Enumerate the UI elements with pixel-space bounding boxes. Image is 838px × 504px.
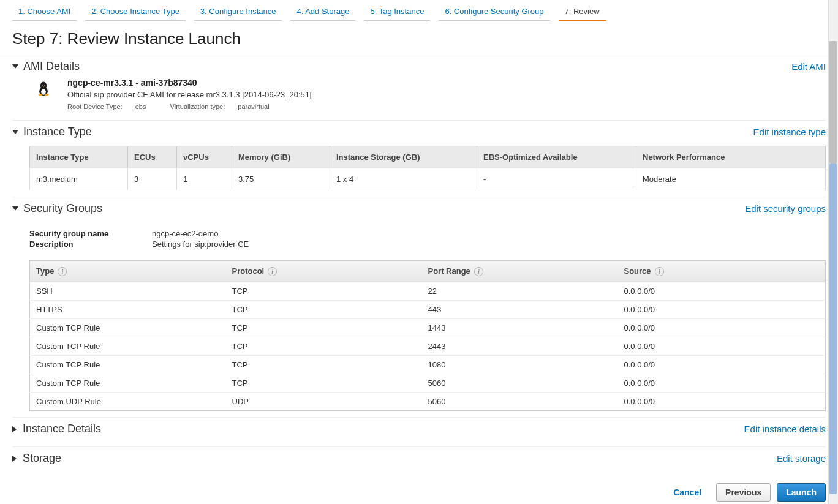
cell-type: Custom TCP Rule [30,319,226,337]
info-icon[interactable]: i [268,267,277,276]
cell-source: 0.0.0.0/0 [618,301,826,319]
sg-desc-value: Settings for sip:provider CE [152,239,249,249]
caret-right-icon[interactable] [12,456,17,462]
col-instance-type: Instance Type [30,146,128,168]
caret-down-icon[interactable] [12,64,18,69]
section-security-groups: Security Groups Edit security groups Sec… [12,197,826,418]
wizard-steps: 1. Choose AMI 2. Choose Instance Type 3.… [0,0,838,21]
col-instance-storage: Instance Storage (GB) [330,146,477,168]
svg-point-5 [42,85,43,86]
svg-point-7 [39,94,42,96]
cell-type: Custom UDP Rule [30,393,226,411]
col-memory: Memory (GiB) [232,146,330,168]
col-protocol: Protocoli [226,261,422,282]
table-row: Custom TCP RuleTCP10800.0.0.0/0 [30,356,826,374]
info-icon[interactable]: i [655,267,664,276]
col-vcpus: vCPUs [177,146,232,168]
caret-down-icon[interactable] [12,206,18,211]
edit-instance-details-link[interactable]: Edit instance details [744,424,826,434]
cell-port: 1443 [422,319,618,337]
col-type: Typei [30,261,226,282]
root-device-value: ebs [135,103,146,110]
cell-protocol: UDP [226,393,422,411]
col-ecus: ECUs [128,146,177,168]
section-title-security-groups: Security Groups [23,202,745,215]
cell-type: Custom TCP Rule [30,337,226,356]
section-title-storage: Storage [23,452,777,465]
cell-source: 0.0.0.0/0 [618,282,826,301]
edit-ami-link[interactable]: Edit AMI [791,61,826,72]
cell-source: 0.0.0.0/0 [618,374,826,393]
cell-port: 1080 [422,356,618,374]
table-row: Custom TCP RuleTCP14430.0.0.0/0 [30,319,826,337]
table-row: Custom TCP RuleTCP50600.0.0.0/0 [30,374,826,393]
table-row: Custom UDP RuleUDP50600.0.0.0/0 [30,393,826,411]
cell-port: 443 [422,301,618,319]
scrollbar-overview-thumb[interactable] [829,164,837,494]
caret-down-icon[interactable] [12,130,18,134]
instance-type-table: Instance Type ECUs vCPUs Memory (GiB) In… [29,146,826,190]
cell-type: Custom TCP Rule [30,374,226,393]
cell-type: HTTPS [30,301,226,319]
cancel-button[interactable]: Cancel [665,484,710,501]
section-instance-type: Instance Type Edit instance type Instanc… [12,121,826,197]
cell-type: Custom TCP Rule [30,356,226,374]
ami-title: ngcp-ce-mr3.3.1 - ami-37b87340 [67,78,312,88]
step-configure-security-group[interactable]: 6. Configure Security Group [439,3,549,21]
sg-desc-label: Description [29,239,152,249]
cell-ebs-optimized: - [477,168,636,190]
launch-button[interactable]: Launch [777,483,826,502]
ami-meta: Root Device Type: ebs Virtualization typ… [67,103,312,110]
cell-port: 5060 [422,374,618,393]
cell-memory: 3.75 [232,168,330,190]
cell-instance-storage: 1 x 4 [330,168,477,190]
table-row: HTTPSTCP4430.0.0.0/0 [30,301,826,319]
section-instance-details: Instance Details Edit instance details [12,418,826,447]
step-configure-instance[interactable]: 3. Configure Instance [194,3,282,21]
scrollbar-vertical[interactable] [828,0,838,504]
cell-type: SSH [30,282,226,301]
step-choose-ami[interactable]: 1. Choose AMI [12,3,77,21]
info-icon[interactable]: i [58,267,67,276]
root-device-label: Root Device Type: [67,103,123,110]
cell-protocol: TCP [226,374,422,393]
security-group-rules-table: Typei Protocoli Port Rangei Sourcei SSHT… [29,260,826,411]
caret-right-icon[interactable] [12,426,17,432]
info-icon[interactable]: i [474,267,483,276]
previous-button[interactable]: Previous [716,483,771,502]
sg-name-value: ngcp-ce-ec2-demo [152,229,218,238]
step-review[interactable]: 7. Review [559,3,606,21]
edit-security-groups-link[interactable]: Edit security groups [745,203,826,214]
virt-type-label: Virtualization type: [170,103,225,110]
cell-instance-type: m3.medium [30,168,128,190]
edit-storage-link[interactable]: Edit storage [777,453,826,464]
edit-instance-type-link[interactable]: Edit instance type [753,127,826,137]
cell-protocol: TCP [226,282,422,301]
svg-point-8 [45,94,48,96]
cell-vcpus: 1 [177,168,232,190]
cell-port: 2443 [422,337,618,356]
scrollbar-thumb[interactable] [829,41,837,164]
cell-source: 0.0.0.0/0 [618,337,826,356]
section-ami-details: AMI Details Edit AMI ngcp-ce-mr3.3.1 - a… [12,55,826,121]
cell-network-performance: Moderate [636,168,826,190]
svg-point-6 [45,85,45,86]
table-row: m3.medium 3 1 3.75 1 x 4 - Moderate [30,168,826,190]
step-add-storage[interactable]: 4. Add Storage [290,3,355,21]
step-tag-instance[interactable]: 5. Tag Instance [364,3,430,21]
section-title-ami: AMI Details [23,60,791,73]
step-choose-instance-type[interactable]: 2. Choose Instance Type [85,3,186,21]
col-source: Sourcei [618,261,826,282]
cell-protocol: TCP [226,301,422,319]
cell-source: 0.0.0.0/0 [618,356,826,374]
footer-actions: Cancel Previous Launch [0,476,838,504]
linux-penguin-icon [37,78,55,110]
cell-protocol: TCP [226,319,422,337]
cell-protocol: TCP [226,356,422,374]
page-title: Step 7: Review Instance Launch [0,21,838,55]
cell-port: 5060 [422,393,618,411]
section-title-instance-type: Instance Type [23,126,753,138]
sg-name-label: Security group name [29,229,152,238]
section-title-instance-details: Instance Details [23,423,744,435]
cell-ecus: 3 [128,168,177,190]
